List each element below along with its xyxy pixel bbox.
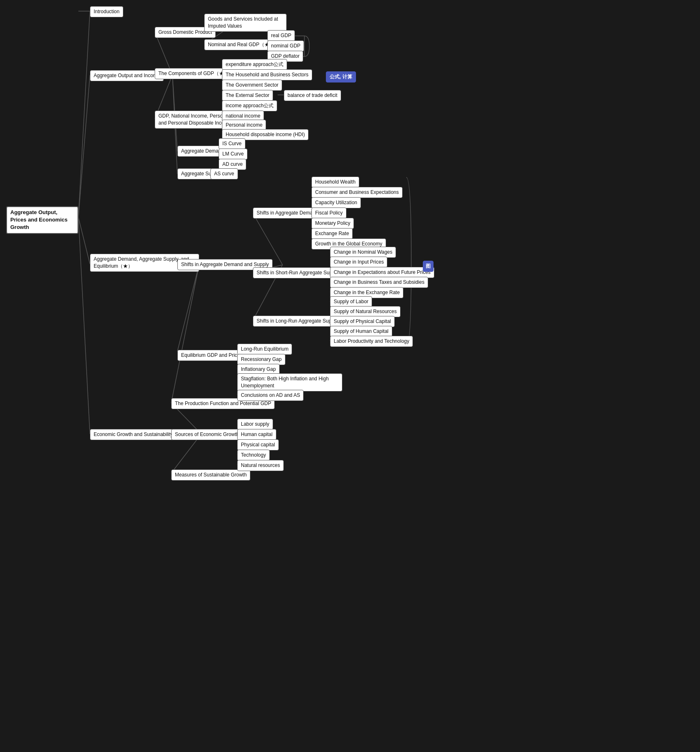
svg-line-0 [78, 11, 90, 217]
nominal-real-gdp-node: Nominal and Real GDP（★） [204, 39, 278, 50]
shifts-long-run-node: Shifts in Long-Run Aggregate Supply [253, 316, 342, 327]
household-wealth-node: Household Wealth [311, 177, 359, 188]
change-business-taxes-node: Change in Business Taxes and Subsidies [330, 277, 428, 288]
introduction-node: Introduction [90, 6, 123, 17]
nominal-gdp-node: nominal GDP [267, 40, 304, 52]
long-run-eq-node: Long-Run Equilibrium [237, 344, 292, 355]
fiscal-policy-node: Fiscal Policy [311, 207, 346, 219]
change-expectations-node: Change in Expectations about Future Pric… [330, 267, 434, 278]
monetary-policy-node: Monetary Policy [311, 218, 354, 229]
formula-badge-node[interactable]: 公式, 计算 [326, 71, 356, 83]
measures-sustainable-node: Measures of Sustainable Growth [171, 469, 250, 481]
supply-physical-node: Supply of Physical Capital [330, 316, 395, 327]
technology-node: Technology [237, 450, 270, 461]
real-gdp-node: real GDP [267, 30, 295, 41]
svg-line-29 [177, 264, 199, 351]
svg-line-2 [78, 217, 90, 264]
recessionary-gap-node: Recessionary Gap [237, 354, 285, 365]
expenditure-approach-node: expenditure approach公式 [222, 59, 287, 70]
sources-growth-node: Sources of Economic Growth [171, 429, 243, 440]
components-gdp-node: The Components of GDP（★） [155, 68, 233, 79]
supply-human-node: Supply of Human Capital [330, 326, 392, 337]
conclusions-ad-as-node: Conclusions on AD and AS [237, 390, 304, 401]
labor-productivity-node: Labor Productivity and Technology [330, 336, 413, 347]
goods-services-node: Goods and Services Included at Imputed V… [204, 14, 287, 32]
equilibrium-gdp-node: Equilibrium GDP and Prices [177, 350, 246, 361]
is-curve-node: IS Curve [219, 138, 245, 149]
government-sector-node: The Government Sector [222, 80, 282, 91]
connection-lines [0, 0, 700, 752]
household-business-node: The Household and Business Sectors [222, 69, 312, 80]
svg-line-3 [78, 217, 90, 434]
consumer-business-node: Consumer and Business Expectations [311, 187, 403, 198]
diagram-badge-node[interactable]: 图 [423, 261, 434, 272]
change-nominal-wages-node: Change in Nominal Wages [330, 247, 396, 258]
root-node: Aggregate Output, Prices and Economics G… [6, 206, 78, 234]
svg-line-1 [78, 75, 90, 217]
supply-natural-node: Supply of Natural Resources [330, 306, 401, 317]
exchange-rate-ad-node: Exchange Rate [311, 228, 353, 239]
income-approach-node: income approach公式 [222, 100, 277, 111]
balance-trade-node: balance of trade deficit [284, 90, 341, 101]
as-curve-node: AS curve [210, 168, 238, 179]
natural-resources-node: Natural resources [237, 460, 284, 471]
stagflation-node: Stagflation: Both High Inflation and Hig… [237, 373, 342, 391]
capacity-util-node: Capacity Utilization [311, 197, 361, 208]
svg-line-30 [171, 264, 199, 403]
svg-line-31 [253, 213, 283, 265]
shifts-short-run-node: Shifts in Short-Run Aggregate Supply [253, 267, 342, 278]
human-capital-node: Human capital [237, 429, 276, 440]
mind-map: Aggregate Output, Prices and Economics G… [0, 0, 700, 752]
lm-curve-node: LM Curve [219, 149, 247, 160]
supply-labor-node: Supply of Labor [330, 296, 372, 307]
labor-supply-node: Labor supply [237, 419, 273, 430]
physical-capital-node: Physical capital [237, 439, 279, 450]
change-input-prices-node: Change in Input Prices [330, 257, 387, 268]
external-sector-node: The External Sector [222, 90, 273, 101]
aggregate-output-node: Aggregate Output and Income [90, 70, 164, 81]
